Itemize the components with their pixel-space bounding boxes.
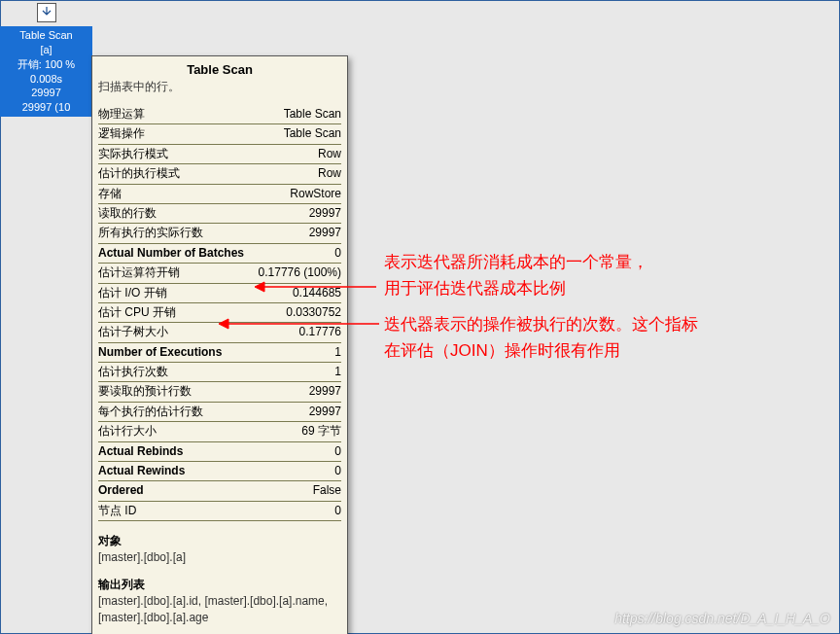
property-key: 估计 I/O 开销 xyxy=(98,283,253,302)
property-key: Actual Rebinds xyxy=(98,441,253,461)
object-label: 对象 xyxy=(98,533,341,549)
property-value: 29997 xyxy=(253,203,341,223)
property-value: 69 字节 xyxy=(253,422,341,441)
property-row: 要读取的预计行数29997 xyxy=(98,382,341,402)
property-row: Number of Executions1 xyxy=(98,342,341,362)
property-value: 0 xyxy=(253,441,341,461)
property-value: 0 xyxy=(253,501,341,520)
plan-node-title: Table Scan xyxy=(0,28,92,43)
tooltip-subtitle: 扫描表中的行。 xyxy=(98,79,341,95)
property-key: 每个执行的估计行数 xyxy=(98,402,253,421)
property-row: 读取的行数29997 xyxy=(98,203,341,223)
object-text: [master].[dbo].[a] xyxy=(98,549,341,565)
property-key: Actual Number of Batches xyxy=(98,243,253,263)
property-row: Actual Rewinds0 xyxy=(98,462,341,481)
property-value: 0 xyxy=(253,462,341,481)
property-row: 逻辑操作Table Scan xyxy=(98,124,341,144)
property-key: Actual Rewinds xyxy=(98,462,253,481)
property-row: 物理运算Table Scan xyxy=(98,105,341,124)
property-value: 0 xyxy=(253,243,341,263)
property-key: 估计执行次数 xyxy=(98,363,253,382)
annotation-1-line2: 用于评估迭代器成本比例 xyxy=(384,275,648,301)
property-row: 节点 ID0 xyxy=(98,501,341,520)
property-value: Row xyxy=(253,144,341,163)
property-value: 29997 xyxy=(253,382,341,402)
plan-node-time: 0.008s xyxy=(0,72,92,87)
property-row: 估计行大小69 字节 xyxy=(98,422,341,441)
property-row: OrderedFalse xyxy=(98,481,341,501)
plan-node-table-scan[interactable]: Table Scan [a] 开销: 100 % 0.008s 29997 29… xyxy=(0,26,92,117)
property-key: Number of Executions xyxy=(98,342,253,362)
property-row: Actual Number of Batches0 xyxy=(98,243,341,263)
property-key: 实际执行模式 xyxy=(98,144,253,163)
property-key: 节点 ID xyxy=(98,501,253,520)
down-arrow-box xyxy=(37,3,56,22)
property-value: RowStore xyxy=(253,184,341,203)
property-key: 存储 xyxy=(98,184,253,203)
property-key: 估计的执行模式 xyxy=(98,164,253,184)
plan-node-alias: [a] xyxy=(0,43,92,57)
annotation-1: 表示迭代器所消耗成本的一个常量， 用于评估迭代器成本比例 xyxy=(384,249,648,301)
property-key: 逻辑操作 xyxy=(98,124,253,144)
property-value: Table Scan xyxy=(253,105,341,124)
property-key: 物理运算 xyxy=(98,105,253,124)
property-key: Ordered xyxy=(98,481,253,501)
property-row: 估计的执行模式Row xyxy=(98,164,341,184)
property-row: 所有执行的实际行数29997 xyxy=(98,224,341,243)
annotation-2-line2: 在评估（JOIN）操作时很有作用 xyxy=(384,337,698,364)
property-value: 1 xyxy=(253,342,341,362)
svg-marker-1 xyxy=(255,282,264,292)
property-value: False xyxy=(253,481,341,501)
plan-node-rows2: 29997 (10 xyxy=(0,100,92,115)
output-text: [master].[dbo].[a].id, [master].[dbo].[a… xyxy=(98,593,341,624)
property-value: Table Scan xyxy=(253,124,341,144)
property-row: 每个执行的估计行数29997 xyxy=(98,402,341,421)
svg-marker-3 xyxy=(219,319,228,329)
tooltip-panel: Table Scan 扫描表中的行。 物理运算Table Scan逻辑操作Tab… xyxy=(91,55,348,634)
property-key: 读取的行数 xyxy=(98,203,253,223)
property-row: 实际执行模式Row xyxy=(98,144,341,163)
property-value: Row xyxy=(253,164,341,184)
property-key: 估计运算符开销 xyxy=(98,264,253,283)
property-row: 存储RowStore xyxy=(98,184,341,203)
property-key: 所有执行的实际行数 xyxy=(98,224,253,243)
tooltip-title: Table Scan xyxy=(98,62,341,77)
property-value: 1 xyxy=(253,363,341,382)
annotation-1-line1: 表示迭代器所消耗成本的一个常量， xyxy=(384,249,648,275)
annotation-2: 迭代器表示的操作被执行的次数。这个指标 在评估（JOIN）操作时很有作用 xyxy=(384,311,698,364)
arrow-down-icon xyxy=(41,6,52,20)
property-row: Actual Rebinds0 xyxy=(98,441,341,461)
property-row: 估计执行次数1 xyxy=(98,363,341,382)
property-key: 要读取的预计行数 xyxy=(98,382,253,402)
property-value: 29997 xyxy=(253,402,341,421)
plan-node-rows1: 29997 xyxy=(0,86,92,100)
watermark: https://blog.csdn.net/D_A_I_H_A_O xyxy=(614,611,830,626)
property-key: 估计行大小 xyxy=(98,422,253,441)
output-label: 输出列表 xyxy=(98,577,341,593)
annotation-arrow-2 xyxy=(219,309,384,338)
annotation-arrow-1 xyxy=(255,272,381,301)
annotation-2-line1: 迭代器表示的操作被执行的次数。这个指标 xyxy=(384,311,698,337)
property-value: 29997 xyxy=(253,224,341,243)
plan-node-cost: 开销: 100 % xyxy=(0,57,92,72)
